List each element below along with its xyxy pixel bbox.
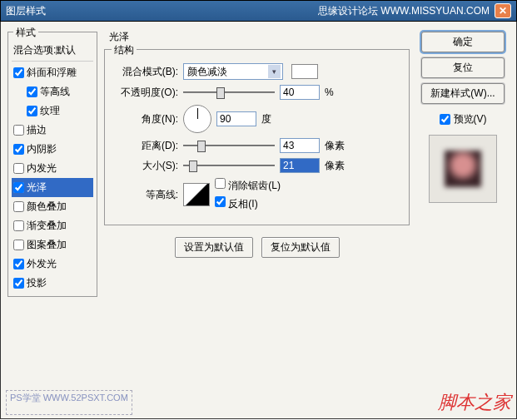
ok-button[interactable]: 确定 (421, 32, 505, 52)
invert-check[interactable]: 反相(I) (215, 196, 281, 211)
style-label: 图案叠加 (27, 238, 67, 252)
distance-slider[interactable] (183, 139, 275, 152)
panel-title: 光泽 (109, 30, 410, 44)
style-item-9[interactable]: 图案叠加 (12, 235, 93, 254)
distance-input[interactable]: 43 (280, 138, 320, 153)
style-checkbox[interactable] (13, 201, 24, 212)
close-button[interactable]: ✕ (495, 3, 511, 18)
opacity-input[interactable]: 40 (280, 85, 320, 100)
style-label: 描边 (27, 123, 47, 137)
dialog-title: 图层样式 (6, 4, 46, 18)
distance-label: 距离(D): (112, 139, 178, 153)
opacity-label: 不透明度(O): (112, 86, 178, 100)
contour-picker[interactable] (183, 183, 210, 206)
angle-input[interactable]: 90 (216, 111, 256, 126)
style-label: 外发光 (27, 257, 57, 271)
style-checkbox[interactable] (13, 240, 24, 250)
style-checkbox[interactable] (13, 125, 24, 136)
blend-mode-select[interactable]: 颜色减淡 ▾ (183, 63, 283, 80)
style-item-0[interactable]: 斜面和浮雕 (12, 63, 93, 82)
style-checkbox[interactable] (13, 67, 24, 78)
preview-check[interactable]: 预览(V) (440, 112, 487, 126)
style-checkbox[interactable] (13, 144, 24, 155)
style-label: 内阴影 (27, 142, 57, 156)
structure-legend: 结构 (112, 43, 137, 57)
style-item-3[interactable]: 描边 (12, 121, 93, 140)
style-label: 投影 (27, 276, 47, 290)
size-input[interactable]: 21 (280, 158, 320, 173)
style-label: 颜色叠加 (27, 200, 67, 214)
style-checkbox[interactable] (13, 220, 24, 231)
style-checkbox[interactable] (13, 182, 24, 193)
size-label: 大小(S): (112, 159, 178, 173)
color-swatch[interactable] (291, 64, 318, 79)
preview-thumbnail (429, 135, 497, 203)
style-item-1[interactable]: 等高线 (12, 82, 93, 101)
style-item-11[interactable]: 投影 (12, 274, 93, 293)
titlebar-credit: 思缘设计论坛 WWW.MISSYUAN.COM (318, 4, 490, 18)
blend-mode-label: 混合模式(B): (112, 65, 178, 79)
style-checkbox[interactable] (13, 278, 24, 289)
style-item-4[interactable]: 内阴影 (12, 140, 93, 159)
new-style-button[interactable]: 新建样式(W)... (421, 83, 505, 104)
style-item-8[interactable]: 渐变叠加 (12, 216, 93, 235)
style-checkbox[interactable] (13, 163, 24, 174)
style-label: 纹理 (40, 104, 60, 118)
style-label: 渐变叠加 (27, 219, 67, 233)
style-item-7[interactable]: 颜色叠加 (12, 197, 93, 216)
style-item-5[interactable]: 内发光 (12, 159, 93, 178)
style-checkbox[interactable] (27, 106, 37, 116)
style-label: 光泽 (27, 180, 47, 195)
style-label: 内发光 (27, 161, 57, 175)
styles-heading: 样式 (13, 26, 38, 40)
opacity-slider[interactable] (183, 86, 275, 99)
angle-label: 角度(N): (112, 112, 178, 126)
style-item-6[interactable]: 光泽 (12, 178, 93, 197)
reset-button[interactable]: 复位 (421, 57, 505, 78)
style-item-2[interactable]: 纹理 (12, 101, 93, 121)
style-checkbox[interactable] (13, 259, 24, 269)
reset-default-button[interactable]: 复位为默认值 (261, 237, 340, 258)
contour-label: 等高线: (112, 188, 178, 202)
style-checkbox[interactable] (27, 86, 37, 97)
blend-options-header[interactable]: 混合选项:默认 (12, 41, 93, 62)
antialias-check[interactable]: 消除锯齿(L) (215, 178, 281, 193)
set-default-button[interactable]: 设置为默认值 (175, 237, 253, 258)
angle-dial[interactable] (183, 105, 211, 133)
chevron-down-icon: ▾ (268, 65, 281, 78)
style-item-10[interactable]: 外发光 (12, 254, 93, 274)
style-label: 斜面和浮雕 (27, 66, 77, 80)
style-label: 等高线 (40, 85, 70, 99)
size-slider[interactable] (183, 159, 275, 172)
